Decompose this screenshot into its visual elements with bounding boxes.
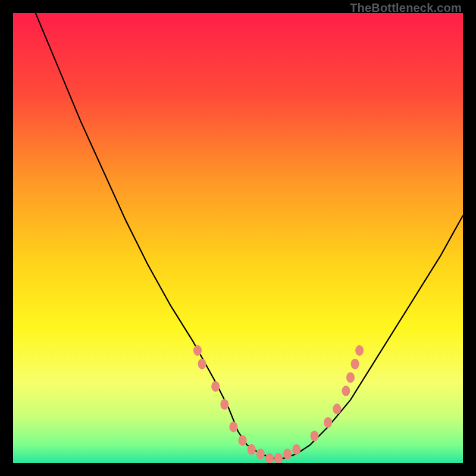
chart-background bbox=[13, 13, 463, 463]
highlighted-point bbox=[239, 435, 247, 446]
highlighted-point bbox=[351, 359, 359, 369]
highlighted-point bbox=[311, 431, 319, 441]
highlighted-point bbox=[256, 449, 265, 459]
highlighted-point bbox=[211, 381, 220, 392]
highlighted-point bbox=[283, 449, 292, 459]
chart-svg bbox=[13, 13, 463, 463]
highlighted-point bbox=[292, 444, 300, 455]
highlighted-point bbox=[342, 386, 350, 396]
highlighted-point bbox=[248, 444, 256, 455]
highlighted-point bbox=[324, 417, 332, 428]
highlighted-point bbox=[333, 403, 341, 414]
highlighted-point bbox=[346, 372, 355, 383]
highlighted-point bbox=[355, 345, 364, 356]
watermark-text: TheBottleneck.com bbox=[350, 1, 462, 15]
highlighted-point bbox=[220, 399, 228, 410]
highlighted-point bbox=[198, 359, 206, 369]
chart-frame bbox=[13, 13, 463, 463]
highlighted-point bbox=[193, 345, 202, 356]
highlighted-point bbox=[229, 422, 237, 433]
